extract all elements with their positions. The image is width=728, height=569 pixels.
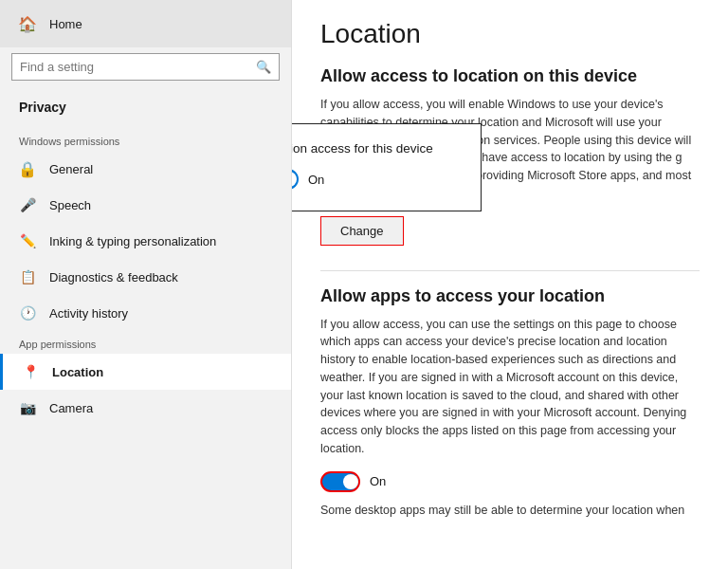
general-label: General — [49, 162, 93, 176]
sidebar-item-activity[interactable]: 🕐 Activity history — [0, 295, 291, 331]
search-container: 🔍 — [0, 47, 291, 94]
app-permissions-section-label: App permissions — [0, 331, 291, 354]
diagnostics-label: Diagnostics & feedback — [49, 270, 178, 284]
section2-body: If you allow access, you can use the set… — [320, 316, 700, 458]
diagnostics-icon: 📋 — [19, 268, 36, 285]
sidebar-item-general[interactable]: 🔒 General — [0, 151, 291, 187]
popup-title: Location access for this device — [292, 141, 458, 156]
speech-icon: 🎤 — [19, 196, 36, 213]
camera-label: Camera — [49, 401, 93, 415]
main-content: Location Allow access to location on thi… — [292, 0, 728, 569]
location-nav-label: Location — [52, 365, 103, 379]
sidebar-item-diagnostics[interactable]: 📋 Diagnostics & feedback — [0, 259, 291, 295]
divider — [320, 270, 700, 271]
popup-toggle[interactable] — [292, 169, 299, 190]
popup-toggle-row: On — [292, 169, 458, 190]
sidebar-item-camera[interactable]: 📷 Camera — [0, 390, 291, 426]
activity-icon: 🕐 — [19, 304, 36, 321]
home-label: Home — [49, 17, 82, 31]
section2-note: Some desktop apps may still be able to d… — [320, 502, 700, 520]
section2-toggle-label: On — [370, 474, 386, 488]
popup-toggle-label: On — [308, 173, 324, 187]
home-icon: 🏠 — [19, 15, 36, 32]
location-access-popup: Location access for this device On — [292, 123, 482, 211]
sidebar-item-speech[interactable]: 🎤 Speech — [0, 187, 291, 223]
section2-heading: Allow apps to access your location — [320, 286, 700, 306]
speech-label: Speech — [49, 198, 91, 212]
sidebar-item-inking[interactable]: ✏️ Inking & typing personalization — [0, 223, 291, 259]
home-nav-item[interactable]: 🏠 Home — [0, 0, 291, 47]
section2-toggle[interactable] — [320, 471, 360, 492]
page-title: Location — [320, 19, 700, 49]
windows-permissions-section-label: Windows permissions — [0, 128, 291, 151]
search-icon: 🔍 — [256, 60, 271, 74]
activity-label: Activity history — [49, 306, 128, 321]
inking-icon: ✏️ — [19, 232, 36, 249]
popup-toggle-knob — [292, 172, 297, 187]
section2-toggle-knob — [343, 474, 358, 489]
sidebar: 🏠 Home 🔍 Privacy Windows permissions 🔒 G… — [0, 0, 292, 569]
search-input[interactable] — [20, 60, 250, 74]
location-icon: 📍 — [22, 363, 39, 380]
section1-heading: Allow access to location on this device — [320, 66, 700, 86]
general-icon: 🔒 — [19, 160, 36, 177]
sidebar-item-location[interactable]: 📍 Location — [0, 354, 291, 390]
privacy-label: Privacy — [0, 94, 291, 128]
change-button[interactable]: Change — [320, 216, 404, 246]
section2-toggle-row: On — [320, 471, 700, 492]
change-button-container: Change — [320, 216, 700, 246]
search-box[interactable]: 🔍 — [11, 53, 280, 81]
camera-icon: 📷 — [19, 399, 36, 416]
inking-label: Inking & typing personalization — [49, 234, 216, 248]
